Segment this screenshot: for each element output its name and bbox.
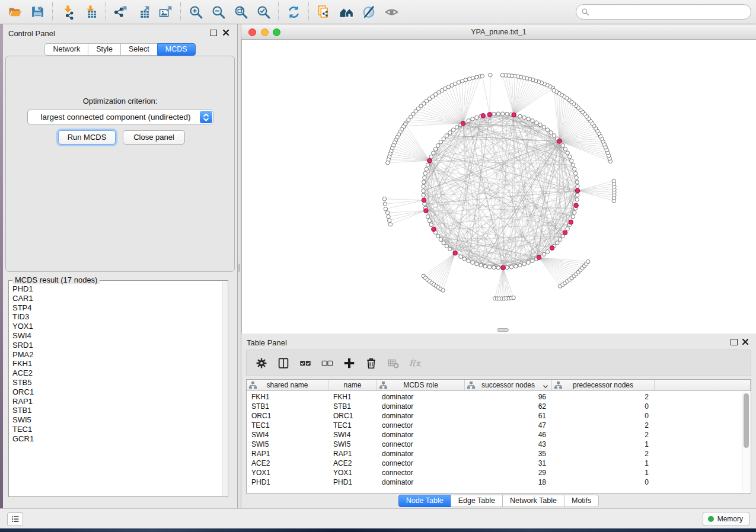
tab-network[interactable]: Network — [44, 43, 88, 56]
column-header-label: name — [343, 381, 361, 389]
save-session-icon[interactable] — [26, 2, 49, 22]
cell-MCDS-role: connector — [377, 421, 465, 430]
zoom-selected-icon[interactable] — [252, 2, 275, 22]
splitter-grip[interactable] — [238, 264, 240, 272]
column-header-label: shared name — [266, 381, 308, 389]
search-input[interactable] — [576, 4, 751, 20]
close-panel-button[interactable]: Close panel — [123, 130, 185, 145]
table-scrollbar[interactable] — [742, 392, 750, 492]
add-icon[interactable] — [338, 352, 360, 374]
import-network-icon[interactable] — [56, 2, 79, 22]
zoom-fit-icon[interactable] — [229, 2, 252, 22]
result-list-scrollbar[interactable] — [222, 281, 227, 496]
table-row[interactable]: ACE2ACE2connector311 — [247, 459, 741, 468]
memory-status-dot — [708, 516, 714, 522]
mcds-result-list[interactable]: PHD1CAR1STP4TID3YOX1SWI4SRD1PMA2FKH1ACE2… — [9, 282, 222, 496]
result-node: SWI4 — [12, 331, 222, 341]
import-table-icon[interactable] — [79, 2, 101, 22]
zoom-out-icon[interactable] — [207, 2, 229, 22]
select-all-icon[interactable] — [294, 352, 316, 374]
network-view-canvas[interactable] — [241, 40, 756, 334]
close-icon[interactable] — [222, 28, 230, 37]
table-header-row: shared namenameMCDS rolesuccessor nodesp… — [247, 380, 751, 391]
export-network-icon[interactable] — [109, 2, 132, 22]
function-icon: f(x) — [404, 352, 426, 374]
network-graph[interactable] — [242, 40, 756, 334]
table-row[interactable]: PHD1PHD1dominator180 — [247, 477, 741, 487]
tab-node-table[interactable]: Node Table — [398, 495, 451, 507]
canvas-scroll-grip[interactable] — [497, 328, 509, 332]
cell-shared-name: FKH1 — [247, 392, 328, 402]
float-icon[interactable] — [731, 339, 738, 345]
column-header-name[interactable]: name — [328, 380, 377, 390]
cell-MCDS-role: dominator — [377, 477, 465, 487]
tab-style[interactable]: Style — [88, 43, 121, 56]
export-table-icon[interactable] — [132, 2, 154, 22]
tab-edge-table[interactable]: Edge Table — [451, 495, 503, 507]
column-header-predecessor-nodes[interactable]: predecessor nodes — [552, 380, 655, 390]
cell-shared-name: PHD1 — [247, 477, 328, 487]
network-window: YPA_prune.txt_1 — [241, 25, 756, 334]
table-row[interactable]: SWI4SWI4dominator462 — [247, 430, 741, 440]
memory-button[interactable]: Memory — [703, 512, 749, 526]
control-panel-header: Control Panel — [3, 24, 237, 41]
table-scrollbar-thumb[interactable] — [744, 393, 749, 448]
cell-predecessor-nodes: 2 — [552, 449, 655, 459]
table-toolbar: f(x) — [246, 350, 751, 376]
cell-MCDS-role: dominator — [377, 449, 465, 459]
vertical-splitter[interactable] — [237, 24, 241, 508]
cell-predecessor-nodes: 0 — [552, 477, 655, 487]
deselect-all-icon[interactable] — [316, 352, 338, 374]
chevron-down-icon[interactable] — [543, 383, 548, 388]
cell-shared-name: SWI4 — [247, 430, 328, 440]
cell-predecessor-nodes: 1 — [552, 468, 655, 477]
column-header-successor-nodes[interactable]: successor nodes — [465, 380, 552, 390]
cell-shared-name: ORC1 — [247, 411, 328, 421]
float-icon[interactable] — [210, 30, 217, 36]
tab-mcds[interactable]: MCDS — [157, 43, 196, 56]
tab-network-table[interactable]: Network Table — [502, 495, 564, 507]
table-row[interactable]: YOX1YOX1connector291 — [247, 468, 741, 477]
cell-predecessor-nodes: 2 — [552, 430, 655, 440]
cell-MCDS-role: connector — [377, 440, 465, 449]
style-off-icon[interactable] — [358, 2, 380, 22]
refresh-icon[interactable] — [282, 2, 305, 22]
table-row[interactable]: RAP1RAP1dominator352 — [247, 449, 741, 459]
criterion-dropdown[interactable]: largest connected component (undirected) — [27, 110, 213, 124]
column-header-shared-name[interactable]: shared name — [247, 380, 328, 390]
eye-icon[interactable] — [380, 2, 403, 22]
gear-icon[interactable] — [250, 352, 272, 374]
memory-label: Memory — [717, 515, 743, 523]
tab-select[interactable]: Select — [120, 43, 158, 56]
result-node: SWI5 — [12, 415, 222, 425]
columns-icon[interactable] — [272, 352, 294, 374]
svg-text:f(x): f(x) — [409, 358, 421, 367]
table-row[interactable]: TEC1TEC1connector472 — [247, 421, 741, 430]
tab-motifs[interactable]: Motifs — [564, 495, 599, 507]
result-node: TEC1 — [12, 425, 222, 434]
close-icon[interactable] — [741, 338, 749, 346]
zoom-in-icon[interactable] — [184, 2, 207, 22]
export-image-icon[interactable] — [154, 2, 177, 22]
open-file-icon[interactable] — [4, 2, 26, 22]
table-row[interactable]: SWI5SWI5connector431 — [247, 440, 741, 449]
network-member-nodes[interactable] — [382, 73, 616, 301]
trash-icon[interactable] — [360, 352, 382, 374]
column-header-MCDS-role[interactable]: MCDS role — [377, 380, 465, 390]
run-mcds-button[interactable]: Run MCDS — [58, 130, 116, 145]
share-document-icon[interactable] — [312, 2, 335, 22]
table-row[interactable]: ORC1ORC1dominator610 — [247, 411, 741, 421]
attribute-type-icon — [467, 382, 475, 389]
network-titlebar[interactable]: YPA_prune.txt_1 — [241, 25, 756, 40]
application-window: Control Panel NetworkStyleSelectMCDS Opt… — [0, 0, 756, 532]
table-panel-title: Table Panel — [247, 338, 287, 347]
result-node: PMA2 — [12, 350, 222, 360]
table-row[interactable]: FKH1FKH1dominator962 — [247, 392, 741, 402]
cell-successor-nodes: 35 — [465, 449, 552, 459]
show-panels-button[interactable] — [7, 512, 23, 526]
status-bar: Memory — [0, 508, 756, 528]
cell-shared-name: ACE2 — [247, 459, 328, 468]
attribute-type-icon — [379, 382, 387, 389]
table-row[interactable]: STB1STB1dominator620 — [247, 402, 741, 411]
houses-icon[interactable] — [335, 2, 358, 22]
